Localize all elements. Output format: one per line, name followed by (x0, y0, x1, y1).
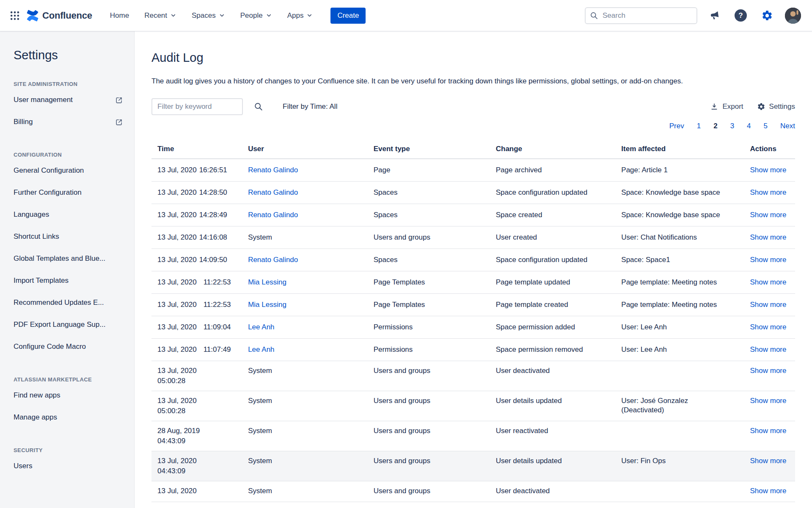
chevron-down-icon (306, 12, 313, 19)
nav-item-spaces[interactable]: Spaces (192, 11, 225, 20)
cell-actions: Show more (750, 249, 795, 271)
row-date: 13 Jul, 2020 (157, 211, 197, 219)
cell-time: 13 Jul, 202004:43:09 (151, 451, 248, 481)
time-filter-dropdown[interactable]: Filter by Time: All (283, 102, 337, 111)
pagination-page-5[interactable]: 5 (764, 122, 768, 130)
filter-search-button[interactable] (251, 99, 266, 114)
sidebar-item-pdf-export-language-sup[interactable]: PDF Export Language Sup... (14, 314, 123, 336)
show-more-link[interactable]: Show more (750, 188, 787, 196)
sidebar-section: ATLASSIAN MARKETPLACE Find new apps Mana… (14, 376, 123, 428)
announcements-button[interactable] (707, 8, 723, 24)
sidebar-item-general-configuration[interactable]: General Configuration (14, 160, 123, 182)
sidebar-item-global-templates-and-blue[interactable]: Global Templates and Blue... (14, 248, 123, 270)
site-settings-button[interactable] (759, 7, 776, 24)
row-date: 13 Jul, 2020 (157, 188, 197, 196)
help-button[interactable]: ? (732, 7, 749, 24)
user-link[interactable]: Renato Galindo (248, 166, 298, 174)
show-more-link[interactable]: Show more (750, 427, 787, 435)
filter-keyword-input[interactable] (151, 98, 243, 115)
nav-item-people[interactable]: People (240, 11, 272, 20)
export-button[interactable]: Export (710, 102, 743, 111)
row-clock: 04:43:09 (157, 467, 245, 476)
audit-row: 13 Jul, 202011:07:49 Lee Anh Permissions… (151, 339, 795, 361)
user-link[interactable]: Renato Galindo (248, 211, 298, 219)
sidebar-item-users[interactable]: Users (14, 455, 123, 477)
sidebar-item-find-new-apps[interactable]: Find new apps (14, 384, 123, 406)
sidebar-item-label: Import Templates (14, 276, 69, 285)
audit-settings-button[interactable]: Settings (757, 102, 795, 111)
cell-user: Lee Anh (248, 339, 374, 361)
search-icon (590, 11, 598, 20)
cell-event-type: Permissions (374, 339, 496, 361)
pagination-page-4[interactable]: 4 (747, 122, 751, 130)
sidebar-item-manage-apps[interactable]: Manage apps (14, 406, 123, 428)
user-link[interactable]: Lee Anh (248, 323, 274, 331)
nav-item-home[interactable]: Home (110, 11, 129, 20)
show-more-link[interactable]: Show more (750, 233, 787, 241)
cell-change: User created (496, 226, 622, 249)
cell-change: Space configuration updated (496, 182, 622, 204)
user-link[interactable]: Mia Lessing (248, 278, 286, 286)
app-switcher-button[interactable] (8, 8, 22, 23)
user-link[interactable]: Renato Galindo (248, 188, 298, 196)
sidebar-item-billing[interactable]: Billing (14, 111, 123, 133)
sidebar-item-import-templates[interactable]: Import Templates (14, 270, 123, 292)
audit-row: 13 Jul, 202011:22:53 Mia Lessing Page Te… (151, 294, 795, 316)
confluence-logo[interactable]: Confluence (26, 9, 92, 22)
show-more-link[interactable]: Show more (750, 457, 787, 465)
show-more-link[interactable]: Show more (750, 487, 787, 495)
sidebar-item-languages[interactable]: Languages (14, 204, 123, 226)
cell-item-affected: User: Fin Ops (621, 451, 750, 481)
sidebar-item-configure-code-macro[interactable]: Configure Code Macro (14, 336, 123, 358)
show-more-link[interactable]: Show more (750, 323, 787, 331)
cell-item-affected: Page: Article 1 (621, 159, 750, 182)
row-date: 13 Jul, 2020 (157, 323, 197, 331)
sidebar-item-recommended-updates-e[interactable]: Recommended Updates E... (14, 292, 123, 314)
pagination-next[interactable]: Next (780, 122, 795, 130)
user-avatar[interactable] (785, 8, 801, 24)
top-navigation: Confluence Home Recent Spaces People App… (0, 0, 812, 31)
show-more-link[interactable]: Show more (750, 301, 787, 309)
show-more-link[interactable]: Show more (750, 166, 787, 174)
sidebar-section: CONFIGURATION General Configuration Furt… (14, 152, 123, 358)
show-more-link[interactable]: Show more (750, 345, 787, 353)
audit-row: 13 Jul, 202005:00:28 System Users and gr… (151, 361, 795, 391)
cell-event-type: Users and groups (374, 451, 496, 481)
nav-item-label: Apps (287, 11, 304, 20)
sidebar-item-user-management[interactable]: User management (14, 89, 123, 111)
nav-item-apps[interactable]: Apps (287, 11, 313, 20)
row-clock: 11:07:49 (204, 345, 231, 353)
show-more-link[interactable]: Show more (750, 211, 787, 219)
column-header-event-type: Event type (374, 139, 496, 159)
user-link[interactable]: Lee Anh (248, 345, 274, 353)
pagination-prev[interactable]: Prev (669, 122, 684, 130)
audit-row: 13 Jul, 202014:16:08 System Users and gr… (151, 226, 795, 249)
cell-change: User details updated (496, 391, 622, 421)
sidebar-item-further-configuration[interactable]: Further Configuration (14, 182, 123, 204)
cell-event-type: Spaces (374, 182, 496, 204)
pagination-page-3[interactable]: 3 (730, 122, 734, 130)
search-input[interactable] (585, 7, 697, 24)
cell-actions: Show more (750, 182, 795, 204)
show-more-link[interactable]: Show more (750, 278, 787, 286)
audit-row: 13 Jul, 202011:09:04 Lee Anh Permissions… (151, 316, 795, 339)
cell-user: Mia Lessing (248, 271, 374, 294)
show-more-link[interactable]: Show more (750, 256, 787, 264)
pagination-page-1[interactable]: 1 (697, 122, 701, 130)
show-more-link[interactable]: Show more (750, 367, 787, 375)
show-more-link[interactable]: Show more (750, 397, 787, 405)
nav-item-label: Spaces (192, 11, 216, 20)
topnav-left: Confluence Home Recent Spaces People App… (8, 8, 366, 24)
sidebar-item-shortcut-links[interactable]: Shortcut Links (14, 226, 123, 248)
user-link[interactable]: Renato Galindo (248, 256, 298, 264)
sidebar-section-heading: CONFIGURATION (14, 152, 123, 158)
audit-actions: Export Settings (710, 102, 795, 111)
cell-user: Mia Lessing (248, 294, 374, 316)
user-link[interactable]: Mia Lessing (248, 301, 286, 309)
nav-item-recent[interactable]: Recent (144, 11, 176, 20)
create-button[interactable]: Create (330, 8, 366, 24)
user-name: System (248, 457, 272, 465)
cell-item-affected: Page template: Meeting notes (621, 271, 750, 294)
column-header-change: Change (496, 139, 622, 159)
cell-event-type: Page Templates (374, 294, 496, 316)
